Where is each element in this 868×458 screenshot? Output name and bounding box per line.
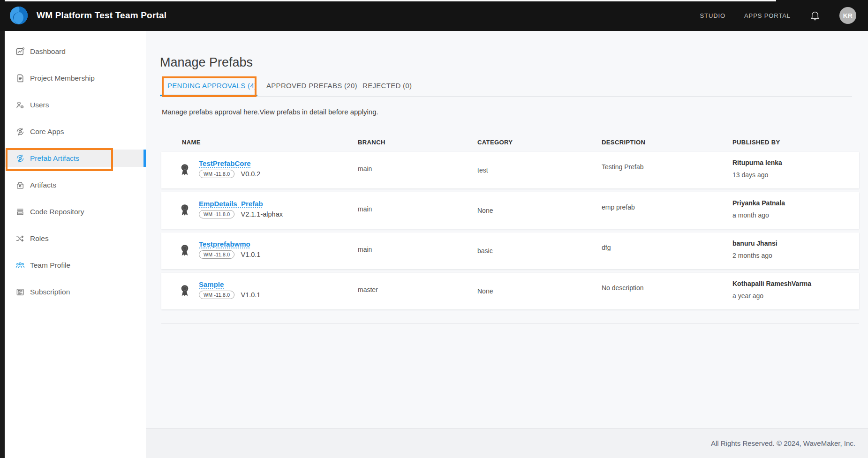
repository-icon [15,207,25,217]
team-icon [15,261,25,270]
prefab-name-link[interactable]: Sample [199,280,224,288]
wm-version-badge: WM -11.8.0 [199,250,234,259]
table-row: Sample WM -11.8.0 V1.0.1 master None No … [161,273,859,309]
tab-rejected[interactable]: REJECTED (0) [362,82,412,90]
apps-portal-link[interactable]: APPS PORTAL [744,12,791,19]
sidebar-item-users[interactable]: Users [5,91,146,118]
brand: WM Platform Test Team Portal [9,6,166,25]
column-header-description: DESCRIPTION [602,139,645,146]
footer: All Rights Reserved. © 2024, WaveMaker, … [146,428,868,458]
prefab-name-link[interactable]: EmpDetails_Prefab [199,200,263,208]
sidebar-item-label: Core Apps [30,128,64,136]
prefab-medal-icon [177,162,192,177]
tab-pending-approvals[interactable]: PENDING APPROVALS (4) [167,82,257,90]
table-row: Testprefabwmo WM -11.8.0 V1.0.1 main bas… [161,233,859,269]
selected-item-accent-bar [143,150,146,167]
column-header-branch: BRANCH [358,139,385,146]
portal-title: WM Platform Test Team Portal [37,6,166,25]
app-root: WM Platform Test Team Portal STUDIO APPS… [0,0,868,458]
sidebar-item-roles[interactable]: Roles [5,225,146,252]
shuffle-icon [15,234,25,243]
sidebar-item-label: Subscription [30,288,70,296]
sidebar-nav: Dashboard Project Membership [5,31,146,305]
wavemaker-logo-icon [9,6,28,25]
prefab-version: V0.0.2 [241,170,260,178]
sidebar-item-label: Dashboard [30,47,66,56]
sidebar-item-artifacts[interactable]: Artifacts [5,172,146,198]
prefab-version: V2.1.1-alphax [241,210,282,218]
copyright-text: All Rights Reserved. © 2024, WaveMaker, … [711,439,855,447]
prefab-medal-icon [177,283,192,298]
studio-link[interactable]: STUDIO [700,12,725,19]
sidebar-item-label: Roles [30,234,49,243]
sidebar-item-project-membership[interactable]: Project Membership [5,65,146,91]
prefab-name-link[interactable]: Testprefabwmo [199,240,250,248]
cell-description: emp prefab [602,203,635,211]
sidebar-item-dashboard[interactable]: Dashboard [5,38,146,65]
table-header-row: NAME BRANCH CATEGORY DESCRIPTION PUBLISH… [161,139,859,148]
cell-published-ago: 13 days ago [732,171,768,179]
cell-branch: master [358,286,378,293]
user-avatar[interactable]: KR [839,7,856,24]
active-tab-underline [160,95,257,96]
document-icon [15,74,25,83]
sidebar-item-subscription[interactable]: Subscription [5,278,146,305]
sidebar-item-label: Team Profile [30,261,70,270]
cell-published-ago: a year ago [732,292,763,300]
table-row: EmpDetails_Prefab WM -11.8.0 V2.1.1-alph… [161,192,859,229]
sidebar-item-label: Project Membership [30,74,95,83]
sidebar-item-label: Prefab Artifacts [30,154,79,163]
cell-branch: main [358,205,372,213]
prefab-medal-icon [177,203,192,218]
sidebar-item-label: Users [30,101,49,109]
sidebar-item-label: Code Repository [30,208,84,216]
column-header-published-by: PUBLISHED BY [732,139,780,146]
cell-published-by: banuru Jhansi [732,240,777,247]
notifications-bell-icon[interactable] [809,10,821,21]
table-row: TestPrefabCore WM -11.8.0 V0.0.2 main te… [161,152,859,188]
prefab-version: V1.0.1 [241,251,260,258]
cell-category: basic [477,247,493,255]
gear-sync-icon [15,154,25,163]
cell-branch: main [358,165,372,173]
wm-version-badge: WM -11.8.0 [199,170,234,178]
topbar-actions: STUDIO APPS PORTAL KR [700,0,856,31]
wm-version-badge: WM -11.8.0 [199,210,234,218]
dashboard-icon [15,47,25,56]
cell-category: None [477,207,493,214]
sidebar: Dashboard Project Membership [5,31,146,458]
prefab-table: TestPrefabCore WM -11.8.0 V0.0.2 main te… [161,152,859,313]
table-bottom-divider [161,323,859,324]
newspaper-icon [15,287,25,297]
tab-approved-prefabs[interactable]: APPROVED PREFABS (20) [266,82,357,90]
prefab-medal-icon [177,243,192,258]
sidebar-item-team-profile[interactable]: Team Profile [5,252,146,278]
cell-description: No description [602,284,644,292]
page-description: Manage prefabs approval here.View prefab… [162,108,378,116]
gear-sync-icon [15,127,25,136]
archive-box-icon [15,180,25,190]
sidebar-item-code-repository[interactable]: Code Repository [5,198,146,225]
cell-published-by: Kothapalli RameshVarma [732,280,811,287]
cell-branch: main [358,246,372,253]
sidebar-item-prefab-artifacts[interactable]: Prefab Artifacts [5,145,146,172]
cell-category: test [477,166,488,174]
cell-published-ago: a month ago [732,211,769,219]
sidebar-item-core-apps[interactable]: Core Apps [5,118,146,145]
window-top-edge [5,0,776,1]
column-header-category: CATEGORY [477,139,513,146]
main-content: Manage Prefabs PENDING APPROVALS (4) APP… [146,31,868,458]
cell-description: Testing Prefab [602,163,644,171]
wm-version-badge: WM -11.8.0 [199,291,234,299]
prefab-name-link[interactable]: TestPrefabCore [199,159,251,167]
sidebar-item-label: Artifacts [30,181,56,189]
cell-description: dfg [602,244,611,251]
user-gear-icon [15,100,25,110]
page-title: Manage Prefabs [160,55,253,70]
prefab-version: V1.0.1 [241,291,260,299]
column-header-name: NAME [182,139,201,146]
cell-category: None [477,287,493,295]
cell-published-by: Priyanka Patnala [732,199,785,207]
cell-published-ago: 2 months ago [732,252,772,259]
cell-published-by: Ritupurna lenka [732,159,782,166]
